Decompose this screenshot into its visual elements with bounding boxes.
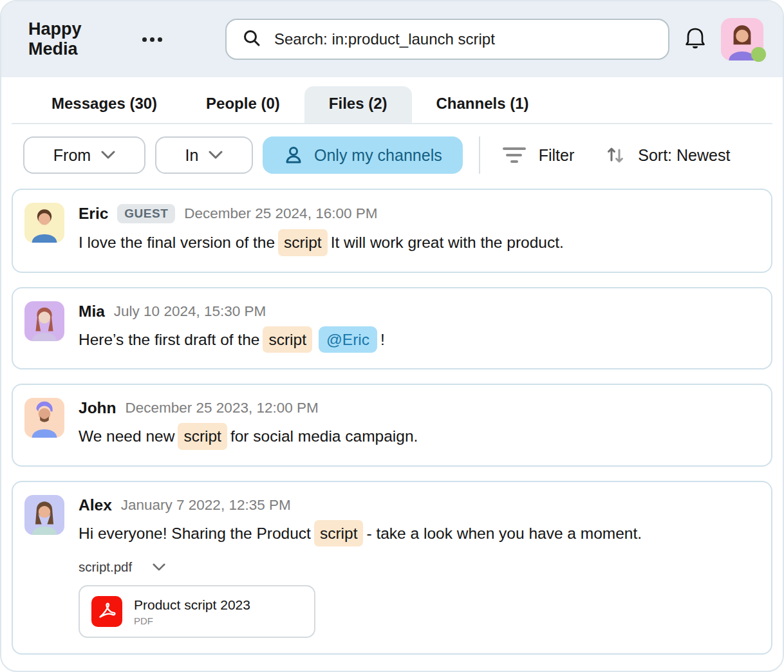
sort-button-label: Sort: Newest (638, 146, 730, 165)
in-filter-label: In (185, 146, 199, 165)
message-segment: for social media campaign. (230, 427, 418, 445)
avatar-eric (24, 203, 64, 243)
in-filter-dropdown[interactable]: In (155, 136, 253, 174)
search-result-tabs: Messages (30) People (0) Files (2) Chann… (1, 77, 783, 123)
avatar-alex (24, 495, 64, 535)
filter-bar: From In Only my channels Filter Sort: Ne… (1, 124, 783, 186)
message-segment: We need new (79, 427, 174, 445)
tab-people[interactable]: People (0) (182, 86, 304, 123)
message-text: We need newscriptfor social media campai… (79, 423, 418, 450)
message-text: Here’s the first draft of thescript@Eric… (79, 326, 385, 353)
chevron-down-icon (209, 151, 223, 160)
search-term-highlight: script (278, 229, 328, 256)
person-icon (283, 145, 304, 165)
search-bar[interactable]: Search: in:product_launch script (225, 19, 669, 60)
search-term-highlight: script (178, 423, 227, 450)
message-result-mia[interactable]: Mia July 10 2024, 15:30 PM Here’s the fi… (12, 287, 772, 370)
tab-channels[interactable]: Channels (1) (412, 86, 554, 123)
sender-name: Mia (79, 303, 105, 321)
message-segment: - take a look when you have a moment. (366, 525, 642, 542)
message-timestamp: December 25 2023, 12:00 PM (126, 400, 319, 416)
search-input[interactable]: Search: in:product_launch script (274, 30, 495, 48)
message-result-john[interactable]: John December 25 2023, 12:00 PM We need … (12, 384, 772, 467)
user-avatar[interactable] (721, 18, 763, 61)
sender-name: John (79, 399, 117, 417)
only-my-channels-toggle[interactable]: Only my channels (263, 136, 463, 174)
search-term-highlight: script (314, 520, 364, 547)
user-mention[interactable]: @Eric (319, 326, 377, 353)
search-icon (242, 28, 261, 50)
message-segment: Here’s the first draft of the (79, 331, 259, 348)
filter-button[interactable]: Filter (496, 146, 581, 165)
only-my-channels-label: Only my channels (314, 146, 442, 165)
message-result-eric[interactable]: Eric GUEST December 25 2024, 16:00 PM I … (12, 189, 772, 273)
attachment-toggle[interactable]: script.pdf (79, 559, 165, 575)
message-segment: Hi everyone! Sharing the Product (79, 525, 311, 542)
message-text: Hi everyone! Sharing the Productscript- … (79, 520, 642, 547)
file-title: Product script 2023 (134, 597, 250, 613)
message-timestamp: July 10 2024, 15:30 PM (114, 303, 266, 320)
pagination: Page 1 of 8 (1, 669, 783, 672)
more-options-icon[interactable] (137, 32, 167, 47)
from-filter-dropdown[interactable]: From (23, 136, 145, 174)
top-bar: Happy Media Search: in:product_launch sc… (1, 1, 783, 77)
message-segment: I love the final version of the (79, 234, 275, 251)
sort-icon (606, 145, 625, 165)
message-segment: ! (380, 331, 385, 348)
filter-button-label: Filter (539, 146, 575, 165)
search-results-list: Eric GUEST December 25 2024, 16:00 PM I … (1, 186, 783, 655)
message-text: I love the final version of thescriptIt … (79, 229, 564, 256)
guest-badge: GUEST (117, 204, 175, 223)
attachment-filename: script.pdf (79, 559, 132, 575)
filter-icon (503, 147, 526, 163)
notifications-bell-icon[interactable] (681, 24, 709, 55)
avatar-mia (24, 301, 64, 341)
chevron-down-icon (153, 563, 165, 572)
message-result-alex[interactable]: Alex January 7 2022, 12:35 PM Hi everyon… (12, 481, 772, 655)
online-status-dot (751, 47, 766, 62)
app-window: Happy Media Search: in:product_launch sc… (0, 0, 784, 672)
filter-divider (479, 136, 480, 174)
message-timestamp: December 25 2024, 16:00 PM (184, 205, 377, 222)
file-type-label: PDF (134, 615, 250, 626)
message-timestamp: January 7 2022, 12:35 PM (121, 497, 291, 514)
sender-name: Eric (79, 205, 108, 223)
tab-messages[interactable]: Messages (30) (27, 86, 182, 123)
pdf-file-icon (91, 596, 122, 627)
avatar-john (24, 398, 64, 438)
sort-button[interactable]: Sort: Newest (599, 145, 736, 165)
chevron-down-icon (101, 151, 115, 160)
workspace-name: Happy Media (28, 19, 115, 59)
search-term-highlight: script (263, 326, 312, 353)
sender-name: Alex (79, 496, 112, 514)
file-attachment-card[interactable]: Product script 2023 PDF (79, 585, 315, 638)
from-filter-label: From (53, 146, 91, 165)
tab-files[interactable]: Files (2) (304, 86, 412, 123)
message-segment: It will work great with the product. (331, 234, 564, 251)
